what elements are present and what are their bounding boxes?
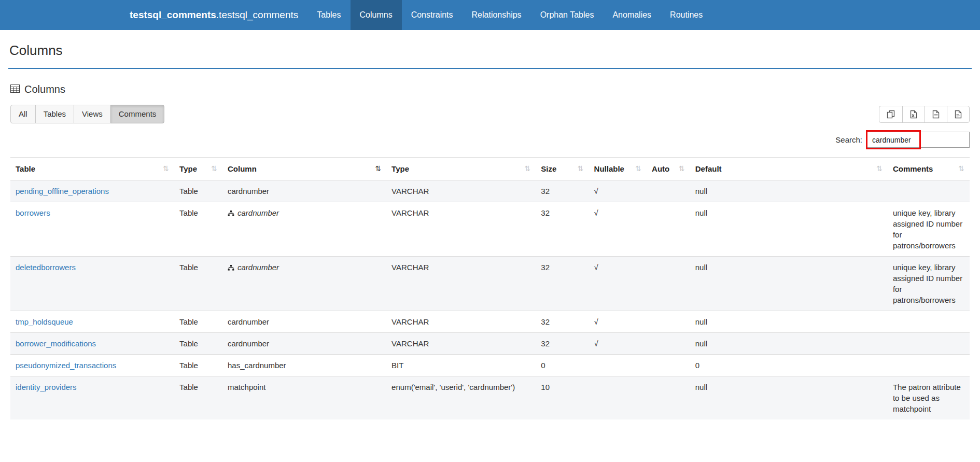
pdf-export-button[interactable] [947, 106, 970, 123]
sort-icon[interactable]: ⇅ [525, 164, 531, 173]
table-link[interactable]: borrower_modifications [16, 339, 96, 348]
sort-icon[interactable]: ⇅ [958, 164, 964, 173]
default-cell: null [690, 202, 888, 257]
comments-cell [888, 311, 970, 333]
column-header-comments[interactable]: ⇅Comments [888, 158, 970, 180]
nav-item-orphan-tables[interactable]: Orphan Tables [531, 0, 604, 30]
nullable-cell [589, 376, 647, 420]
type-cell: Table [174, 180, 222, 202]
nullable-cell [589, 355, 647, 376]
default-cell: null [690, 180, 888, 202]
column-header-default[interactable]: ⇅Default [690, 158, 888, 180]
auto-cell [647, 333, 690, 355]
filter-tables-button[interactable]: Tables [35, 105, 74, 123]
auto-cell [647, 202, 690, 257]
comments-cell: The patron attribute to be used as match… [888, 376, 970, 420]
nav-item-tables[interactable]: Tables [307, 0, 350, 30]
column-header-type[interactable]: ⇅Type [174, 158, 222, 180]
nav-item-routines[interactable]: Routines [661, 0, 712, 30]
column-header-auto[interactable]: ⇅Auto [647, 158, 690, 180]
table-row: pending_offline_operations Table cardnum… [10, 180, 970, 202]
schema-name: .testsql_comments [216, 9, 298, 21]
size-cell: 32 [536, 180, 589, 202]
nullable-cell: √ [589, 202, 647, 257]
sort-icon[interactable]: ⇅ [375, 164, 381, 173]
auto-cell [647, 257, 690, 311]
auto-cell [647, 376, 690, 420]
database-name: testsql_comments [130, 9, 216, 21]
auto-cell [647, 311, 690, 333]
coltype-cell: BIT [386, 355, 536, 376]
pdf-icon [955, 110, 962, 119]
copy-button[interactable] [879, 106, 903, 123]
search-input[interactable] [867, 132, 970, 148]
default-cell: null [690, 311, 888, 333]
table-link[interactable]: pseudonymized_transactions [16, 361, 116, 370]
index-icon [228, 208, 234, 219]
navbar: testsql_comments.testsql_comments Tables… [0, 0, 980, 30]
panel-title: Columns [10, 83, 970, 95]
column-cell: cardnumber [222, 333, 386, 355]
type-cell: Table [174, 376, 222, 420]
coltype-cell: VARCHAR [386, 311, 536, 333]
column-header-nullable[interactable]: ⇅Nullable [589, 158, 647, 180]
sort-icon[interactable]: ⇅ [163, 164, 169, 173]
column-header-coltype[interactable]: ⇅Type [386, 158, 536, 180]
table-row: borrowers Table cardnumber VARCHAR 32 √ … [10, 202, 970, 257]
toolbar: All Tables Views Comments [10, 105, 970, 123]
coltype-cell: VARCHAR [386, 180, 536, 202]
table-link[interactable]: deletedborrowers [16, 263, 76, 272]
type-cell: Table [174, 355, 222, 376]
nav-item-columns[interactable]: Columns [351, 0, 402, 30]
comments-cell [888, 355, 970, 376]
size-cell: 32 [536, 311, 589, 333]
column-header-column[interactable]: ⇅Column [222, 158, 386, 180]
table-row: pseudonymized_transactions Table has_car… [10, 355, 970, 376]
size-cell: 10 [536, 376, 589, 420]
navbar-brand[interactable]: testsql_comments.testsql_comments [120, 0, 307, 30]
type-cell: Table [174, 311, 222, 333]
filter-comments-button[interactable]: Comments [110, 105, 165, 123]
type-cell: Table [174, 333, 222, 355]
auto-cell [647, 180, 690, 202]
column-cell: matchpoint [222, 376, 386, 420]
file-icon [932, 110, 940, 119]
coltype-cell: VARCHAR [386, 202, 536, 257]
search-row: Search: [10, 132, 970, 148]
nav-item-relationships[interactable]: Relationships [463, 0, 531, 30]
search-wrap [867, 132, 970, 148]
columns-panel: Columns All Tables Views Comments [0, 69, 980, 419]
coltype-cell: VARCHAR [386, 257, 536, 311]
type-cell: Table [174, 202, 222, 257]
filter-views-button[interactable]: Views [74, 105, 111, 123]
main-nav: Tables Columns Constraints Relationships… [307, 0, 712, 30]
sort-icon[interactable]: ⇅ [578, 164, 584, 173]
comments-cell: unique key, library assigned ID number f… [888, 202, 970, 257]
default-cell: null [690, 376, 888, 420]
sort-icon[interactable]: ⇅ [635, 164, 641, 173]
table-link[interactable]: pending_offline_operations [16, 187, 109, 195]
sort-icon[interactable]: ⇅ [876, 164, 883, 173]
nullable-cell: √ [589, 180, 647, 202]
column-header-size[interactable]: ⇅Size [536, 158, 589, 180]
nullable-cell: √ [589, 311, 647, 333]
size-cell: 32 [536, 333, 589, 355]
size-cell: 32 [536, 202, 589, 257]
index-icon [228, 262, 234, 273]
table-row: borrower_modifications Table cardnumber … [10, 333, 970, 355]
csv-export-button[interactable] [925, 106, 947, 123]
table-link[interactable]: tmp_holdsqueue [16, 317, 73, 326]
nav-item-constraints[interactable]: Constraints [402, 0, 463, 30]
sort-icon[interactable]: ⇅ [679, 164, 685, 173]
column-header-table[interactable]: ⇅Table [10, 158, 174, 180]
page-title: Columns [9, 43, 971, 59]
excel-export-button[interactable] [902, 106, 925, 123]
size-cell: 0 [536, 355, 589, 376]
default-cell: null [690, 257, 888, 311]
table-link[interactable]: borrowers [16, 208, 50, 217]
table-link[interactable]: identity_providers [16, 383, 77, 391]
coltype-cell: enum('email', 'userid', 'cardnumber') [386, 376, 536, 420]
filter-all-button[interactable]: All [10, 105, 36, 123]
sort-icon[interactable]: ⇅ [211, 164, 217, 173]
nav-item-anomalies[interactable]: Anomalies [603, 0, 661, 30]
